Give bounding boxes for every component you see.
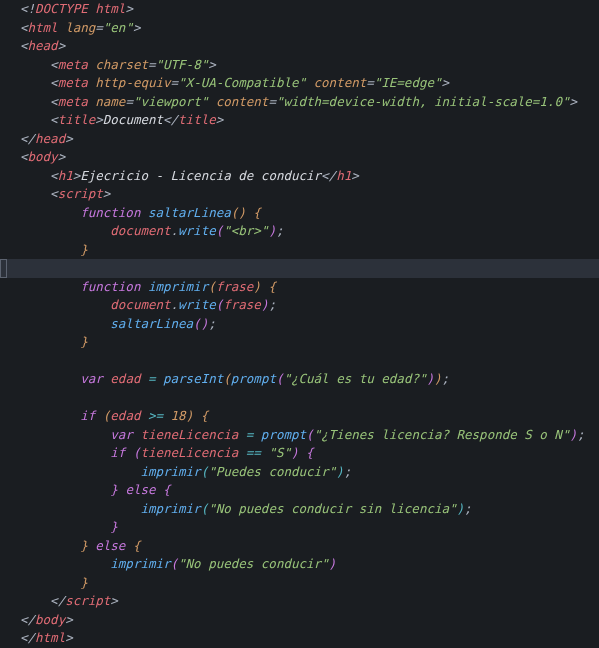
code-line: function imprimir(frase) { <box>20 278 599 297</box>
code-line: <html lang="en"> <box>20 19 599 38</box>
code-line: <body> <box>20 148 599 167</box>
code-line: function saltarLinea() { <box>20 204 599 223</box>
code-line: document.write(frase); <box>20 296 599 315</box>
code-line: </body> <box>20 611 599 630</box>
code-line: } <box>20 241 599 260</box>
code-line: } <box>20 333 599 352</box>
code-editor[interactable]: <!DOCTYPE html> <html lang="en"> <head> … <box>0 0 599 648</box>
code-line: <meta name="viewport" content="width=dev… <box>20 93 599 112</box>
code-line: } <box>20 518 599 537</box>
code-line: imprimir("No puedes conducir sin licenci… <box>20 500 599 519</box>
code-line: </script> <box>20 592 599 611</box>
code-line: <meta http-equiv="X-UA-Compatible" conte… <box>20 74 599 93</box>
code-line: if (edad >= 18) { <box>20 407 599 426</box>
code-line: saltarLinea(); <box>20 315 599 334</box>
code-line: <!DOCTYPE html> <box>20 0 599 19</box>
code-line: </head> <box>20 130 599 149</box>
code-line: <head> <box>20 37 599 56</box>
code-line: <h1>Ejecricio - Licencia de conducir</h1… <box>20 167 599 186</box>
code-line-active <box>0 259 599 278</box>
code-line: document.write("<br>"); <box>20 222 599 241</box>
code-line: imprimir("No puedes conducir") <box>20 555 599 574</box>
code-line: <title>Document</title> <box>20 111 599 130</box>
code-line: </html> <box>20 629 599 648</box>
code-line: } else { <box>20 537 599 556</box>
code-line: imprimir("Puedes conducir"); <box>20 463 599 482</box>
code-line: } <box>20 574 599 593</box>
code-line: <script> <box>20 185 599 204</box>
code-line <box>20 352 599 371</box>
code-line: } else { <box>20 481 599 500</box>
code-line <box>20 389 599 408</box>
code-line: var tieneLicencia = prompt("¿Tienes lice… <box>20 426 599 445</box>
code-line: var edad = parseInt(prompt("¿Cuál es tu … <box>20 370 599 389</box>
cursor-icon <box>0 259 7 278</box>
code-line: if (tieneLicencia == "S") { <box>20 444 599 463</box>
code-line: <meta charset="UTF-8"> <box>20 56 599 75</box>
